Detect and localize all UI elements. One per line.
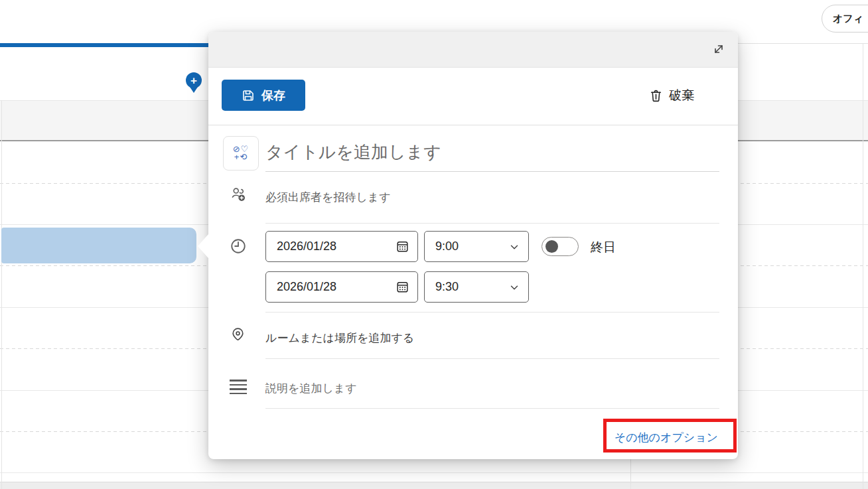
location-pin-icon [230, 326, 246, 343]
new-event-plus-icon[interactable]: + [186, 72, 202, 88]
end-date-value: 2026/01/28 [277, 280, 336, 294]
start-time-dropdown[interactable]: 9:00 [424, 231, 529, 262]
save-button[interactable]: 保存 [222, 80, 305, 111]
start-date-value: 2026/01/28 [277, 240, 336, 253]
event-charm-picker-icon[interactable]: ⊘♡ +⟲ [223, 136, 259, 171]
office-filter-button[interactable]: オフィ [822, 5, 868, 33]
hour-line [0, 472, 868, 473]
discard-label: 破棄 [669, 87, 694, 104]
description-input[interactable]: 説明を追加します [265, 381, 357, 396]
header-border [738, 43, 868, 44]
title-underline [265, 171, 719, 172]
clock-icon [230, 238, 247, 255]
chevron-down-icon [508, 281, 520, 293]
draft-event-block[interactable] [1, 228, 196, 263]
section-divider [265, 358, 719, 359]
more-options-link[interactable]: その他のオプション [615, 430, 718, 445]
all-day-label: 終日 [591, 239, 616, 256]
end-date-field[interactable]: 2026/01/28 [265, 271, 418, 303]
popup-header [208, 32, 738, 68]
location-input[interactable]: ルームまたは場所を追加する [265, 330, 414, 346]
end-time-dropdown[interactable]: 9:30 [424, 271, 529, 303]
end-time-value: 9:30 [435, 280, 459, 294]
day-column-border [863, 43, 863, 489]
calendar-icon[interactable] [396, 240, 409, 253]
day-column-border [1, 100, 2, 489]
expand-diagonal-icon [712, 42, 725, 56]
plus-glyph: + [190, 75, 197, 86]
section-divider [265, 312, 719, 313]
toggle-knob [545, 240, 558, 253]
selected-day-indicator [0, 43, 214, 47]
office-filter-label: オフィ [833, 13, 863, 25]
section-divider [265, 223, 719, 224]
attendees-input[interactable]: 必須出席者を招待します [265, 190, 391, 205]
calendar-icon[interactable] [396, 280, 409, 294]
title-input[interactable]: タイトルを追加します [265, 141, 441, 164]
calendar-bottom-strip [0, 482, 868, 489]
outlook-calendar-screen: オフィ + [0, 0, 868, 489]
discard-button[interactable]: 破棄 [649, 86, 694, 105]
add-attendees-icon [230, 186, 247, 203]
chevron-down-icon [508, 241, 520, 253]
charm-glyphs-bottom: +⟲ [234, 153, 248, 161]
trash-icon [649, 89, 663, 103]
section-divider [208, 125, 738, 125]
save-floppy-icon [242, 89, 255, 102]
description-lines-icon [230, 380, 247, 394]
expand-popup-button[interactable] [710, 40, 727, 58]
all-day-toggle[interactable] [542, 237, 579, 256]
start-date-field[interactable]: 2026/01/28 [265, 231, 418, 262]
quick-event-popup: 保存 破棄 ⊘♡ +⟲ タイトルを追加します [208, 32, 738, 459]
start-time-value: 9:00 [435, 240, 459, 253]
section-divider [265, 408, 719, 409]
save-label: 保存 [261, 88, 285, 104]
new-event-plus-tail [190, 87, 198, 93]
popup-callout-beak [198, 234, 208, 258]
